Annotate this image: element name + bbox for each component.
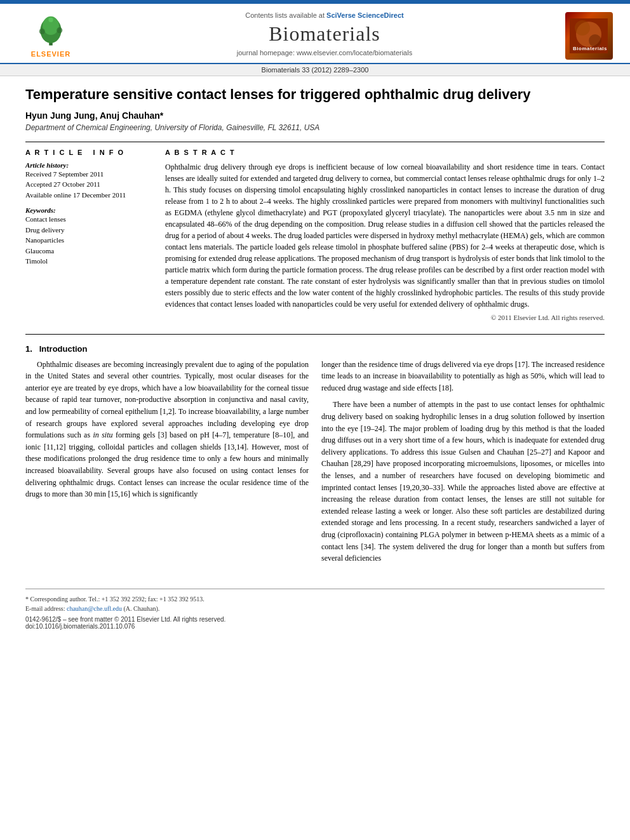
page-wrapper: ELSEVIER Contents lists available at Sci… (0, 0, 630, 643)
journal-title: Biomaterials (269, 22, 380, 46)
biomaterials-badge: Biomaterials (565, 12, 613, 60)
section-divider (25, 334, 605, 335)
sciverse-line: Contents lists available at SciVerse Sci… (245, 11, 404, 19)
body-left-col: Ophthalmic diseases are becoming increas… (25, 359, 309, 570)
svg-point-3 (39, 29, 45, 34)
authors-line: Hyun Jung Jung, Anuj Chauhan* (25, 110, 605, 121)
footer-copyright-text: 0142-9612/$ – see front matter © 2011 El… (25, 616, 605, 623)
svg-point-8 (575, 20, 590, 36)
elsevier-tree-icon (29, 14, 73, 49)
intro-right-text-1: longer than the residence time of drugs … (321, 359, 605, 394)
article-info-heading: A R T I C L E I N F O (25, 149, 152, 156)
keyword-5: Timolol (25, 256, 152, 267)
intro-left-text: Ophthalmic diseases are becoming increas… (25, 359, 309, 500)
sciverse-link[interactable]: SciVerse ScienceDirect (326, 11, 404, 19)
citation-bar: Biomaterials 33 (2012) 2289–2300 (0, 64, 630, 76)
accepted-text: Accepted 27 October 2011 (25, 179, 152, 190)
footer-corresponding: * Corresponding author. Tel.: +1 352 392… (25, 594, 605, 604)
elsevier-logo: ELSEVIER (29, 14, 73, 58)
copyright-text: © 2011 Elsevier Ltd. All rights reserved… (165, 314, 605, 321)
intro-right-text-2: There have been a number of attempts in … (321, 399, 605, 564)
footer-email: E-mail address: chauhan@che.ufl.edu (A. … (25, 604, 605, 613)
keywords-group: Keywords: Contact lenses Drug delivery N… (25, 206, 152, 267)
keyword-1: Contact lenses (25, 214, 152, 225)
email-label: E-mail address: (25, 605, 67, 612)
body-right-col: longer than the residence time of drugs … (321, 359, 605, 570)
intro-heading: Introduction (39, 344, 88, 354)
article-footer: * Corresponding author. Tel.: +1 352 392… (25, 589, 605, 630)
svg-point-9 (589, 34, 601, 47)
contents-text: Contents lists available at (245, 11, 325, 19)
keyword-4: Glaucoma (25, 246, 152, 257)
corresponding-note: Corresponding author. Tel.: +1 352 392 2… (30, 596, 204, 603)
authors-text: Hyun Jung Jung, Anuj Chauhan* (25, 110, 163, 121)
article-info-column: A R T I C L E I N F O Article history: R… (25, 149, 152, 321)
email-name: (A. Chauhan). (123, 605, 159, 612)
article-title: Temperature sensitive contact lenses for… (25, 86, 605, 104)
author-affiliation: Department of Chemical Engineering, Univ… (25, 123, 605, 132)
intro-title: 1. Introduction (25, 344, 605, 354)
footer-doi-text: doi:10.1016/j.biomaterials.2011.10.076 (25, 623, 605, 630)
journal-title-area: Contents lists available at SciVerse Sci… (89, 9, 560, 63)
email-link[interactable]: chauhan@che.ufl.edu (67, 605, 122, 612)
svg-text:Biomaterials: Biomaterials (573, 46, 607, 51)
citation-text: Biomaterials 33 (2012) 2289–2300 (262, 66, 369, 74)
elsevier-label: ELSEVIER (31, 50, 70, 58)
intro-number: 1. (25, 344, 32, 354)
introduction-section: 1. Introduction Ophthalmic diseases are … (25, 344, 605, 570)
journal-badge-area: Biomaterials (560, 9, 617, 63)
keywords-label: Keywords: (25, 206, 152, 214)
badge-image: Biomaterials (570, 18, 608, 53)
footer-copyright: 0142-9612/$ – see front matter © 2011 El… (25, 616, 605, 630)
article-history-group: Article history: Received 7 September 20… (25, 161, 152, 201)
keyword-3: Nanoparticles (25, 235, 152, 246)
body-columns: Ophthalmic diseases are becoming increas… (25, 359, 605, 570)
available-text: Available online 17 December 2011 (25, 190, 152, 201)
info-abstract-section: A R T I C L E I N F O Article history: R… (25, 142, 605, 321)
svg-point-4 (57, 27, 62, 33)
abstract-text: Ophthalmic drug delivery through eye dro… (165, 161, 605, 310)
received-text: Received 7 September 2011 (25, 169, 152, 180)
keyword-2: Drug delivery (25, 225, 152, 236)
svg-point-5 (48, 18, 53, 22)
journal-homepage: journal homepage: www.elsevier.com/locat… (237, 49, 412, 57)
history-label: Article history: (25, 161, 152, 169)
asterisk-symbol: * (25, 596, 30, 603)
journal-header: ELSEVIER Contents lists available at Sci… (0, 4, 630, 64)
elsevier-logo-area: ELSEVIER (13, 9, 89, 63)
abstract-column: A B S T R A C T Ophthalmic drug delivery… (165, 149, 605, 321)
abstract-heading: A B S T R A C T (165, 149, 605, 156)
main-content: Temperature sensitive contact lenses for… (0, 76, 630, 643)
